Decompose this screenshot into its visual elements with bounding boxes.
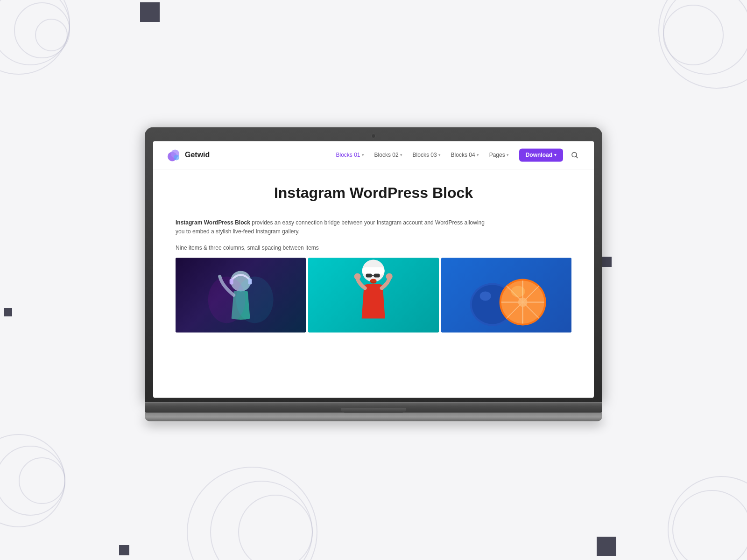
chevron-icon: ▾ [400, 153, 402, 157]
svg-point-9 [236, 277, 274, 323]
gallery-item-1 [176, 258, 306, 333]
svg-point-15 [370, 279, 377, 284]
chevron-icon: ▾ [477, 153, 479, 157]
svg-point-20 [479, 292, 491, 301]
svg-point-17 [386, 273, 393, 280]
chevron-icon: ▾ [507, 153, 509, 157]
nav-item-blocks02[interactable]: Blocks 02 ▾ [371, 149, 406, 161]
nav-menu: Blocks 01 ▾ Blocks 02 ▾ Blocks 03 ▾ Bloc… [332, 148, 581, 161]
svg-rect-12 [366, 274, 372, 278]
download-button[interactable]: Download ▾ [519, 148, 563, 161]
svg-line-4 [576, 156, 578, 158]
gallery-item-3 [441, 258, 571, 333]
logo-text: Getwid [185, 151, 210, 159]
gallery-image-3 [441, 258, 571, 333]
dropdown-arrow-icon: ▾ [554, 153, 557, 157]
site-nav: Getwid Blocks 01 ▾ Blocks 02 ▾ Blocks 03… [153, 141, 594, 169]
svg-rect-11 [362, 267, 385, 275]
svg-rect-13 [374, 274, 380, 278]
svg-point-2 [174, 154, 179, 160]
laptop-camera-bar [153, 133, 594, 138]
laptop-base [145, 402, 602, 413]
nav-item-blocks04[interactable]: Blocks 04 ▾ [447, 149, 483, 161]
site-content: Instagram WordPress Block Instagram Word… [153, 169, 594, 342]
svg-point-27 [518, 298, 527, 307]
svg-point-16 [354, 273, 361, 280]
nav-item-pages[interactable]: Pages ▾ [486, 149, 513, 161]
logo-icon [166, 147, 181, 162]
laptop-notch [341, 408, 406, 413]
chevron-icon: ▾ [438, 153, 441, 157]
search-button[interactable] [569, 149, 581, 161]
svg-point-28 [511, 286, 525, 297]
gallery-image-1 [176, 258, 306, 333]
gallery-image-2 [308, 258, 438, 333]
search-icon [571, 151, 578, 159]
page-description: Instagram WordPress Block provides an ea… [176, 218, 493, 236]
site-logo: Getwid [166, 147, 210, 162]
laptop-lid: Getwid Blocks 01 ▾ Blocks 02 ▾ Blocks 03… [145, 127, 602, 402]
laptop-foot [145, 413, 602, 421]
gallery-item-2 [308, 258, 438, 333]
gallery-caption: Nine items & three columns, small spacin… [176, 245, 571, 252]
laptop-screen: Getwid Blocks 01 ▾ Blocks 02 ▾ Blocks 03… [153, 141, 594, 398]
page-title: Instagram WordPress Block [176, 184, 571, 202]
chevron-icon: ▾ [362, 153, 364, 157]
description-bold: Instagram WordPress Block [176, 219, 250, 226]
laptop-camera [371, 133, 376, 138]
nav-item-blocks03[interactable]: Blocks 03 ▾ [409, 149, 444, 161]
laptop: Getwid Blocks 01 ▾ Blocks 02 ▾ Blocks 03… [145, 127, 602, 421]
gallery-grid [176, 258, 571, 333]
nav-item-blocks01[interactable]: Blocks 01 ▾ [332, 149, 368, 161]
